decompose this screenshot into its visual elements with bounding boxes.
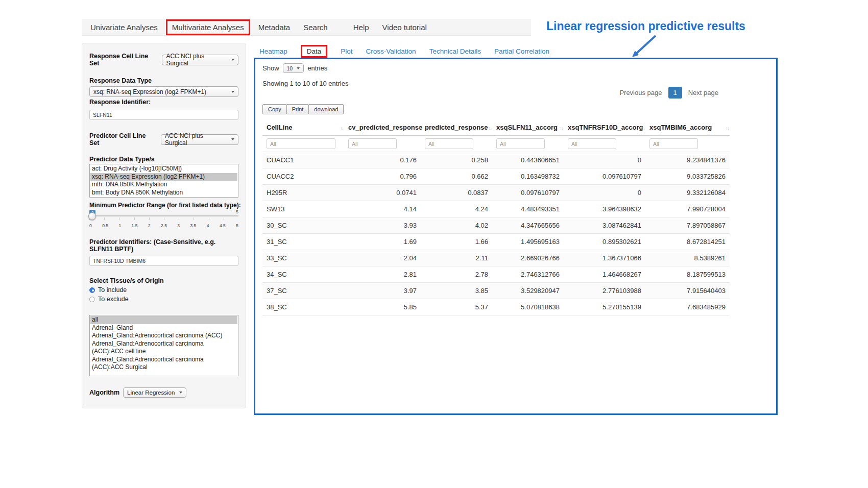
predictor-identifiers-input[interactable] xyxy=(89,256,238,266)
slider-max-label: 5 xyxy=(236,209,238,214)
cell-value: 0 xyxy=(564,185,645,201)
algorithm-select[interactable]: Linear Regression xyxy=(123,387,186,398)
cell-value: 0.796 xyxy=(344,168,421,185)
response-identifier-input[interactable] xyxy=(89,110,238,120)
sort-icon[interactable] xyxy=(488,124,491,131)
tissue-radio-option[interactable]: To include xyxy=(89,286,238,294)
slider-tick-label: 0.5 xyxy=(102,223,108,228)
column-header[interactable]: cv_predicted_response xyxy=(344,119,421,136)
min-predictor-range-label: Minimum Predictor Range (for first liste… xyxy=(89,202,238,209)
cell-value: 2.746312766 xyxy=(492,266,564,283)
column-header-label: cv_predicted_response xyxy=(348,124,422,131)
export-button[interactable]: download xyxy=(308,104,344,114)
tissue-radio-option[interactable]: To exclude xyxy=(89,296,238,303)
predictor-data-type-option[interactable]: bmt: Body DNA 850K Methylation xyxy=(90,189,237,197)
predictor-data-type-option[interactable]: xsq: RNA-seq Expression (log2 FPKM+1) xyxy=(90,173,237,181)
slider-tick-label: 1 xyxy=(118,223,121,228)
tissue-option[interactable]: Adrenal_Gland:Adrenocortical carcinoma (… xyxy=(90,340,237,356)
tissue-radio-label: To include xyxy=(98,286,127,294)
tissue-option[interactable]: Adrenal_Gland xyxy=(90,324,237,332)
slider-tick-label: 5 xyxy=(236,223,238,228)
cell-value: 3.087462841 xyxy=(564,217,645,234)
cell-value: 0.097610797 xyxy=(564,168,645,185)
slider-tick-label: 2.5 xyxy=(161,223,167,228)
slider-handle[interactable] xyxy=(88,212,96,220)
current-page-button[interactable]: 1 xyxy=(668,87,682,99)
column-header[interactable]: xsqSLFN11_accorg xyxy=(492,119,564,136)
next-page-button[interactable]: Next page xyxy=(686,87,721,99)
column-filter-input[interactable] xyxy=(568,138,616,149)
predictor-data-type-option[interactable]: act: Drug Activity (-log10[IC50M]) xyxy=(90,165,237,173)
filter-cell xyxy=(262,136,344,152)
column-filter-input[interactable] xyxy=(348,138,397,149)
predictor-data-type-option[interactable]: mth: DNA 850K Methylation xyxy=(90,181,237,189)
previous-page-button[interactable]: Previous page xyxy=(617,87,664,99)
radio-button-icon[interactable] xyxy=(89,287,95,293)
nav-item[interactable]: Search xyxy=(297,23,334,32)
predictor-cell-line-set-select[interactable]: ACC NCI plus Surgical xyxy=(161,134,238,145)
cell-value: 4.483493351 xyxy=(492,201,564,217)
column-header[interactable]: predicted_response xyxy=(421,119,492,136)
tissue-option[interactable]: Adrenal_Gland:Adrenocortical carcinoma (… xyxy=(90,332,237,340)
response-cell-line-set-select[interactable]: ACC NCI plus Surgical xyxy=(162,55,238,65)
result-tab[interactable]: Partial Correlation xyxy=(494,47,549,55)
result-tab[interactable]: Heatmap xyxy=(259,47,287,55)
nav-item[interactable]: Video tutorial xyxy=(376,23,433,32)
chevron-down-icon xyxy=(231,91,234,93)
export-button[interactable]: Print xyxy=(286,104,309,114)
cell-value: 0.176 xyxy=(344,152,421,168)
cell-value: 3.85 xyxy=(421,283,492,299)
nav-item[interactable]: Multivariate Analyses xyxy=(166,19,250,35)
cell-line-name: 31_SC xyxy=(262,234,344,250)
page: Univariate AnalysesMultivariate Analyses… xyxy=(0,0,868,488)
result-tabs: HeatmapDataPlotCross-ValidationTechnical… xyxy=(259,45,549,58)
show-entries-select[interactable]: 10 xyxy=(283,63,304,73)
column-header[interactable]: xsqTNFRSF10D_accorg xyxy=(564,119,645,136)
response-cell-line-set-value: ACC NCI plus Surgical xyxy=(166,53,227,67)
result-tab[interactable]: Plot xyxy=(341,47,352,55)
tissue-option[interactable]: Adrenal_Gland:Adrenocortical carcinoma (… xyxy=(90,356,237,372)
cell-line-name: H295R xyxy=(262,185,344,201)
radio-button-icon[interactable] xyxy=(89,297,95,302)
tissue-option[interactable]: all xyxy=(90,316,237,324)
slider-tick-label: 2 xyxy=(148,223,151,228)
column-filter-input[interactable] xyxy=(496,138,545,149)
cell-value: 9.234841376 xyxy=(645,152,730,168)
cell-value: 1.66 xyxy=(421,234,492,250)
result-tab[interactable]: Data xyxy=(301,45,328,58)
cell-value: 8.672814251 xyxy=(645,234,730,250)
cell-line-name: CUACC2 xyxy=(262,168,344,185)
cell-line-name: 33_SC xyxy=(262,250,344,266)
sort-icon[interactable] xyxy=(417,124,420,131)
column-filter-input[interactable] xyxy=(267,138,335,149)
result-tab[interactable]: Cross-Validation xyxy=(366,47,416,55)
response-data-type-select[interactable]: xsq: RNA-seq Expression (log2 FPKM+1) xyxy=(89,86,238,97)
table-row: 34_SC2.812.782.7463127661.4646682678.187… xyxy=(262,266,730,283)
algorithm-label: Algorithm xyxy=(89,389,119,396)
algorithm-row: Algorithm Linear Regression xyxy=(89,387,238,398)
predictor-cell-line-set-value: ACC NCI plus Surgical xyxy=(165,132,227,147)
cell-value: 2.78 xyxy=(421,266,492,283)
sort-icon[interactable] xyxy=(560,124,563,131)
column-header[interactable]: CellLine xyxy=(262,119,344,136)
sort-icon[interactable] xyxy=(726,124,729,131)
predictor-data-types-listbox: act: Drug Activity (-log10[IC50M])xsq: R… xyxy=(89,164,238,198)
cell-value: 0.097610797 xyxy=(492,185,564,201)
nav-item[interactable]: Univariate Analyses xyxy=(84,23,164,32)
cell-value: 7.897058867 xyxy=(645,217,730,234)
cell-value: 2.81 xyxy=(344,266,421,283)
result-tab[interactable]: Technical Details xyxy=(429,47,481,55)
column-filter-input[interactable] xyxy=(425,138,473,149)
sort-icon[interactable] xyxy=(340,124,343,131)
export-button[interactable]: Copy xyxy=(262,104,287,114)
nav-item[interactable]: Metadata xyxy=(252,23,297,32)
nav-item[interactable]: Help xyxy=(347,23,376,32)
slider-tick-marks xyxy=(89,217,238,220)
sort-icon[interactable] xyxy=(641,124,644,131)
annotation-title: Linear regression predictive results xyxy=(546,19,771,33)
slider-track[interactable] xyxy=(89,215,238,216)
column-header[interactable]: xsqTMBIM6_accorg xyxy=(645,119,730,136)
tissue-origin-label: Select Tissue/s of Origin xyxy=(89,277,238,284)
column-filter-input[interactable] xyxy=(649,138,698,149)
filter-cell xyxy=(492,136,564,152)
